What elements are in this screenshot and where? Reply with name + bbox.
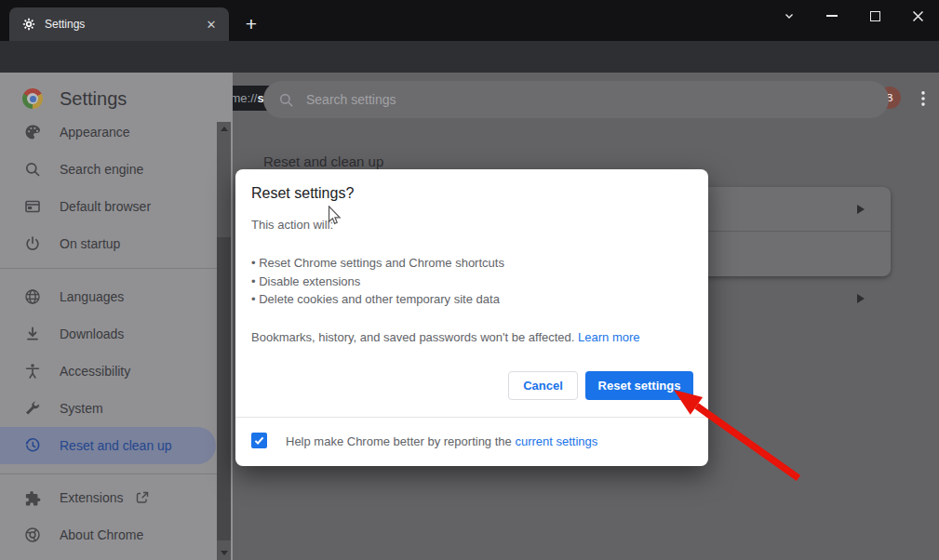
sidebar-item-on-startup[interactable]: On startup bbox=[0, 225, 216, 262]
puzzle-icon bbox=[24, 489, 41, 506]
dialog-footer-text: Help make Chrome better by reporting the… bbox=[286, 434, 597, 448]
reset-settings-dialog: Reset settings? This action will: • Rese… bbox=[235, 169, 708, 466]
close-button[interactable] bbox=[904, 6, 932, 26]
sidebar-item-label: Languages bbox=[60, 289, 124, 304]
bullet-item: • Delete cookies and other temporary sit… bbox=[251, 290, 504, 309]
sidebar-item-label: About Chrome bbox=[60, 527, 143, 542]
menu-dots-icon[interactable] bbox=[914, 89, 932, 108]
bullet-item: • Reset Chrome settings and Chrome short… bbox=[251, 254, 504, 273]
close-icon bbox=[912, 10, 924, 22]
maximize-icon bbox=[870, 11, 880, 21]
sidebar-item-search-engine[interactable]: Search engine bbox=[0, 151, 216, 188]
current-settings-link[interactable]: current settings bbox=[515, 434, 597, 448]
gear-icon bbox=[22, 18, 35, 31]
chevron-down-icon bbox=[783, 9, 796, 22]
sidebar-item-label: Search engine bbox=[60, 162, 143, 177]
sidebar-item-label: Accessibility bbox=[60, 364, 130, 379]
chevron-right-icon bbox=[857, 294, 865, 303]
checkmark-icon bbox=[253, 434, 265, 447]
new-tab-button[interactable]: + bbox=[238, 11, 264, 37]
search-icon bbox=[24, 161, 41, 178]
cancel-button[interactable]: Cancel bbox=[508, 371, 578, 400]
scroll-up-arrow-icon[interactable] bbox=[221, 127, 228, 131]
search-placeholder: Search settings bbox=[306, 92, 396, 107]
sidebar-item-label: Extensions bbox=[60, 490, 123, 505]
sidebar-item-languages[interactable]: Languages bbox=[0, 278, 216, 315]
scrollbar-thumb[interactable] bbox=[217, 237, 231, 540]
sidebar-item-downloads[interactable]: Downloads bbox=[0, 315, 216, 353]
dialog-intro: This action will: bbox=[251, 218, 333, 232]
tab-settings[interactable]: Settings ✕ bbox=[9, 7, 229, 41]
sidebar-item-label: Appearance bbox=[60, 125, 130, 140]
palette-icon bbox=[24, 124, 41, 140]
sidebar-item-accessibility[interactable]: Accessibility bbox=[0, 353, 216, 390]
mouse-cursor bbox=[328, 206, 342, 226]
history-clock-icon bbox=[24, 437, 41, 454]
page-title: Settings bbox=[60, 88, 127, 110]
search-icon bbox=[278, 92, 294, 108]
dialog-bullet-list: • Reset Chrome settings and Chrome short… bbox=[251, 254, 504, 309]
sidebar-item-label: Reset and clean up bbox=[60, 438, 172, 453]
chrome-logo bbox=[22, 88, 43, 109]
dialog-divider bbox=[235, 417, 708, 418]
tab-strip: Settings ✕ + bbox=[0, 0, 939, 41]
sidebar-item-label: Default browser bbox=[60, 199, 151, 214]
sidebar-item-appearance[interactable]: Appearance bbox=[0, 113, 216, 151]
chrome-outline-icon bbox=[24, 527, 41, 543]
sidebar-item-system[interactable]: System bbox=[0, 390, 216, 427]
wrench-icon bbox=[24, 400, 41, 417]
minimize-icon bbox=[826, 15, 838, 17]
sidebar-item-label: On startup bbox=[60, 236, 120, 251]
external-link-icon bbox=[136, 491, 149, 504]
sidebar-item-extensions[interactable]: Extensions bbox=[0, 479, 216, 516]
settings-scrollbar[interactable] bbox=[217, 122, 231, 560]
sidebar-item-label: System bbox=[60, 401, 103, 416]
browser-window: Settings ✕ + Chrome bbox=[0, 0, 939, 560]
sidebar-item-label: Downloads bbox=[60, 327, 124, 341]
bullet-item: • Disable extensions bbox=[251, 273, 504, 291]
settings-search-input[interactable]: Search settings bbox=[263, 81, 889, 118]
accessibility-person-icon bbox=[24, 363, 41, 380]
tab-close-icon[interactable]: ✕ bbox=[203, 16, 220, 33]
browser-toolbar: Chrome chrome://settings/resetProfileSet… bbox=[0, 41, 939, 73]
maximize-button[interactable] bbox=[861, 6, 889, 26]
window-chevron-button[interactable] bbox=[775, 6, 803, 26]
report-settings-checkbox[interactable] bbox=[251, 433, 267, 448]
dialog-title: Reset settings? bbox=[251, 185, 354, 202]
browser-window-icon bbox=[24, 198, 41, 215]
sidebar-item-about-chrome[interactable]: About Chrome bbox=[0, 516, 216, 553]
chevron-right-icon bbox=[857, 205, 865, 214]
sidebar-item-default-browser[interactable]: Default browser bbox=[0, 188, 216, 225]
dialog-note: Bookmarks, history, and saved passwords … bbox=[251, 330, 640, 344]
sidebar-divider bbox=[0, 268, 217, 269]
scroll-down-arrow-icon[interactable] bbox=[221, 551, 228, 555]
globe-icon bbox=[24, 288, 41, 305]
minimize-button[interactable] bbox=[818, 6, 846, 26]
sidebar-divider bbox=[0, 473, 217, 474]
sidebar-item-reset-and-clean-up[interactable]: Reset and clean up bbox=[0, 427, 216, 464]
learn-more-link[interactable]: Learn more bbox=[578, 330, 639, 344]
power-icon bbox=[24, 235, 41, 252]
section-heading: Reset and clean up bbox=[263, 153, 383, 169]
tab-title: Settings bbox=[45, 18, 203, 31]
settings-sidebar: Settings Appearance Search engine Defaul… bbox=[0, 73, 233, 560]
download-icon bbox=[24, 326, 41, 342]
reset-settings-button[interactable]: Reset settings bbox=[585, 371, 693, 400]
